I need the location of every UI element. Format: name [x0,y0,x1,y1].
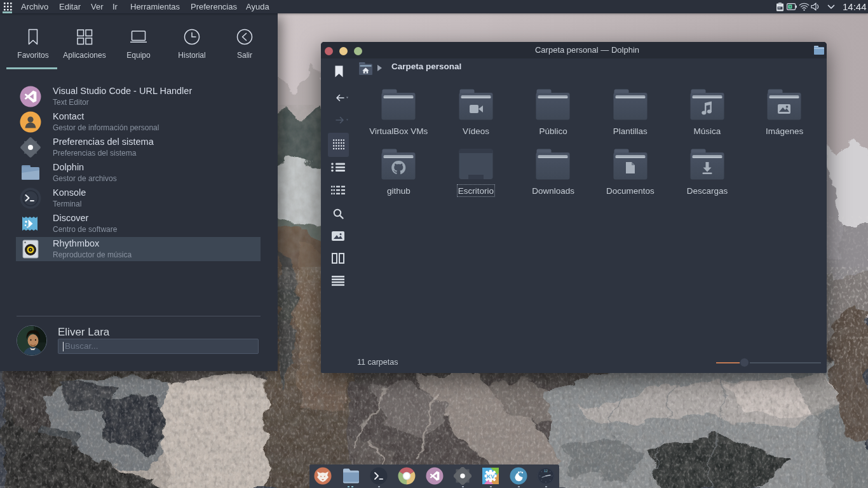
svg-text:KV: KV [487,473,495,480]
svg-text:12: 12 [544,469,548,473]
